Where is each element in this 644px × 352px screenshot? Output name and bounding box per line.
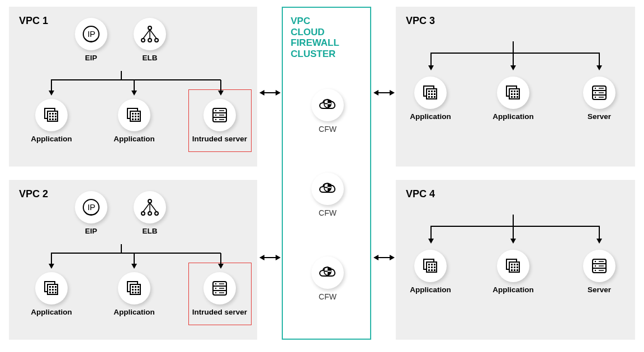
node-label: Application bbox=[29, 308, 74, 316]
intruded-highlight-box bbox=[188, 263, 252, 325]
svg-rect-99 bbox=[511, 96, 513, 98]
svg-rect-66 bbox=[135, 289, 136, 291]
node-label: CFW bbox=[311, 292, 344, 301]
svg-rect-19 bbox=[55, 118, 56, 120]
connector-line bbox=[599, 53, 600, 66]
svg-line-46 bbox=[143, 203, 150, 212]
svg-rect-126 bbox=[517, 264, 518, 265]
connector-line bbox=[134, 80, 135, 91]
connector-line bbox=[430, 53, 599, 54]
node-label: EIP bbox=[74, 227, 108, 235]
svg-rect-16 bbox=[55, 116, 56, 117]
cfw-icon bbox=[311, 173, 344, 205]
svg-rect-117 bbox=[431, 267, 433, 268]
arrow-right-icon bbox=[276, 255, 281, 260]
node-label: Application bbox=[29, 135, 74, 143]
application-icon bbox=[414, 250, 447, 282]
svg-rect-88 bbox=[428, 96, 430, 98]
svg-rect-54 bbox=[49, 289, 51, 291]
vpc-panel-1: VPC 1 IP EIP ELB Application Application… bbox=[9, 7, 257, 167]
svg-point-107 bbox=[595, 97, 596, 98]
node-label: Application bbox=[112, 135, 157, 143]
svg-rect-127 bbox=[511, 267, 513, 268]
svg-rect-145 bbox=[324, 187, 328, 188]
svg-rect-17 bbox=[49, 118, 51, 120]
application-icon bbox=[414, 77, 447, 109]
elb-icon bbox=[134, 191, 166, 223]
node-label: Application bbox=[491, 112, 536, 121]
svg-point-138 bbox=[595, 270, 596, 271]
cfw-icon bbox=[311, 89, 344, 121]
connector-line bbox=[220, 80, 221, 91]
vpc-title: VPC 2 bbox=[19, 188, 48, 200]
svg-rect-97 bbox=[514, 93, 515, 95]
arrow-left-icon bbox=[259, 255, 264, 260]
svg-rect-87 bbox=[434, 93, 435, 95]
svg-rect-70 bbox=[138, 292, 139, 293]
arrow-down-icon bbox=[510, 65, 516, 70]
svg-point-137 bbox=[595, 265, 596, 267]
svg-rect-27 bbox=[138, 116, 139, 117]
arrow-right-icon bbox=[390, 90, 395, 96]
application-icon bbox=[497, 77, 529, 109]
svg-rect-119 bbox=[428, 269, 430, 271]
node-application: Application bbox=[408, 250, 453, 294]
vpc-title: VPC 3 bbox=[406, 15, 435, 27]
svg-rect-125 bbox=[514, 264, 515, 265]
svg-rect-96 bbox=[511, 93, 513, 95]
svg-rect-143 bbox=[324, 103, 328, 104]
svg-text:IP: IP bbox=[87, 202, 95, 212]
arrow-down-icon bbox=[596, 239, 602, 244]
svg-rect-115 bbox=[434, 264, 435, 265]
svg-rect-93 bbox=[511, 91, 513, 92]
node-label: EIP bbox=[74, 54, 108, 62]
svg-point-106 bbox=[595, 92, 596, 93]
arrow-down-icon bbox=[131, 264, 137, 269]
svg-rect-28 bbox=[132, 118, 134, 120]
svg-rect-67 bbox=[138, 289, 139, 291]
svg-rect-85 bbox=[428, 93, 430, 95]
vpc-panel-2: VPC 2 IP EIP ELB Application Application… bbox=[9, 180, 257, 340]
application-icon bbox=[497, 250, 529, 282]
bidirectional-arrow bbox=[378, 257, 390, 258]
node-server: Server bbox=[577, 77, 622, 121]
application-icon bbox=[35, 272, 68, 305]
node-label: CFW bbox=[311, 208, 344, 217]
node-label: ELB bbox=[133, 227, 167, 235]
node-label: Application bbox=[112, 308, 157, 316]
vpc-panel-3: VPC 3 Application Application Server bbox=[396, 7, 635, 167]
firewall-cluster-panel: VPC CLOUD FIREWALL CLUSTER CFW CFW CFW bbox=[282, 7, 371, 340]
svg-rect-55 bbox=[52, 289, 54, 291]
node-application: Application bbox=[29, 99, 74, 143]
svg-rect-101 bbox=[517, 96, 518, 98]
svg-rect-100 bbox=[514, 96, 515, 98]
connector-line bbox=[513, 226, 514, 239]
node-cfw: CFW bbox=[311, 173, 344, 217]
svg-rect-121 bbox=[434, 269, 435, 271]
svg-rect-95 bbox=[517, 91, 518, 92]
node-application: Application bbox=[112, 99, 157, 143]
svg-rect-51 bbox=[49, 286, 51, 288]
connector-line bbox=[430, 53, 432, 66]
svg-rect-128 bbox=[514, 267, 515, 268]
connector-line bbox=[430, 226, 599, 227]
arrow-left-icon bbox=[373, 255, 378, 260]
arrow-down-icon bbox=[596, 65, 602, 70]
arrow-down-icon bbox=[49, 91, 54, 96]
svg-rect-132 bbox=[517, 269, 518, 271]
svg-point-3 bbox=[141, 39, 145, 42]
svg-rect-94 bbox=[514, 91, 515, 92]
node-label: Application bbox=[408, 112, 453, 121]
svg-rect-69 bbox=[135, 292, 136, 293]
server-icon bbox=[583, 250, 615, 282]
svg-rect-11 bbox=[49, 113, 51, 115]
svg-rect-59 bbox=[55, 292, 56, 293]
bidirectional-arrow bbox=[264, 92, 276, 93]
connector-line bbox=[513, 53, 514, 66]
svg-point-45 bbox=[155, 212, 158, 215]
svg-rect-86 bbox=[431, 93, 433, 95]
connector-line bbox=[513, 215, 514, 226]
arrow-right-icon bbox=[390, 255, 395, 260]
svg-line-6 bbox=[143, 30, 150, 39]
svg-rect-52 bbox=[52, 286, 54, 288]
